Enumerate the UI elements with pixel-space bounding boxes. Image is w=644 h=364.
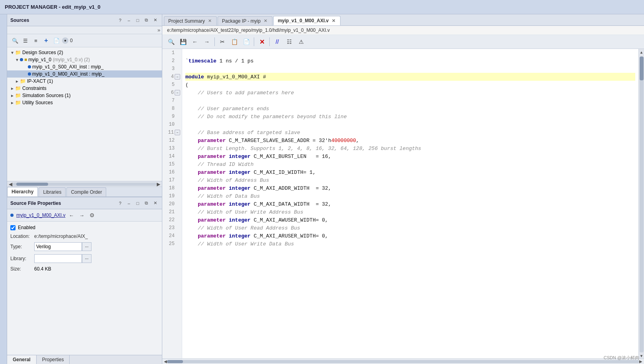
linenum-5: 5: [162, 81, 182, 89]
bscroll-track[interactable]: [167, 360, 639, 363]
tree-item-ip-xact[interactable]: ► 📁 IP-XACT (1): [7, 78, 162, 85]
sfp-panel: Source File Properties ? – □ ⧉ ✕ myip_v1…: [7, 197, 162, 364]
bottom-scrollbar[interactable]: ◀ ▶: [162, 358, 644, 364]
subtab-properties[interactable]: Properties: [37, 355, 70, 364]
sfp-restore-icon[interactable]: □: [134, 200, 141, 207]
simulation-label: Simulation Sources (1): [22, 93, 70, 98]
editor-area[interactable]: 1 2 3 4 – 5: [162, 49, 644, 358]
tab-hierarchy[interactable]: Hierarchy: [7, 187, 38, 197]
tree-item-design-sources[interactable]: ▼ 📁 Design Sources (2): [7, 49, 162, 56]
utility-arrow[interactable]: ►: [10, 101, 15, 105]
tree-item-simulation[interactable]: ► 📁 Simulation Sources (1): [7, 92, 162, 99]
code-content[interactable]: `timescale 1 ns / 1 ps module myip_v1_0_…: [182, 49, 638, 358]
bulb-button[interactable]: ⚠: [296, 37, 307, 47]
tree-item-myip-v1-0[interactable]: ▼ ■ myip_v1_0 (myip_v1_0.v) (2): [7, 56, 162, 63]
subtab-general[interactable]: General: [7, 355, 37, 364]
vscroll-up-arrow[interactable]: ▲: [640, 51, 642, 55]
sources-restore-icon[interactable]: □: [134, 17, 141, 24]
sfp-detach-icon[interactable]: ⧉: [143, 200, 150, 207]
grid-button[interactable]: ☷: [284, 37, 295, 47]
hscroll-left-arrow[interactable]: ◀: [9, 181, 12, 187]
sources-minimize-icon[interactable]: –: [125, 17, 132, 24]
sfp-minimize-icon[interactable]: –: [125, 200, 132, 207]
utility-folder-icon: 📁: [15, 100, 21, 105]
comment-button[interactable]: //: [272, 37, 283, 47]
tab-project-summary[interactable]: Project Summary ✕: [164, 16, 217, 25]
sources-tree[interactable]: ▼ 📁 Design Sources (2) ▼ ■ myip_v1_0 (my…: [7, 47, 162, 181]
tree-item-constraints[interactable]: ► 📁 Constraints: [7, 85, 162, 92]
tab-package-ip[interactable]: Package IP - myip ✕: [218, 16, 272, 25]
sfp-help-icon[interactable]: ?: [117, 200, 124, 207]
fold-4[interactable]: –: [175, 74, 180, 80]
add-sources-button[interactable]: +: [41, 36, 51, 45]
tree-item-s00[interactable]: myip_v1_0_S00_AXI_inst : myip_: [7, 63, 162, 70]
myip-arrow[interactable]: ▼: [15, 58, 20, 62]
ip-xact-arrow[interactable]: ►: [15, 79, 20, 84]
sfp-filename[interactable]: myip_v1_0_M00_AXI.v: [16, 212, 65, 218]
sfp-forward-button[interactable]: →: [77, 211, 86, 220]
sources-expand-icon[interactable]: »: [158, 27, 160, 33]
expand-all-button[interactable]: ≡: [31, 36, 41, 45]
tab-myip-m00-axi[interactable]: myip_v1_0_M00_AXI.v ✕: [273, 16, 340, 25]
file-button[interactable]: 📄: [52, 36, 61, 45]
sfp-back-button[interactable]: ←: [67, 211, 76, 220]
sfp-type-input[interactable]: [34, 242, 82, 251]
tree-item-m00[interactable]: myip_v1_0_M00_AXI_inst : myip_: [7, 70, 162, 78]
fold-11[interactable]: –: [175, 130, 180, 135]
code-line-11: // Base address of targeted slave: [185, 128, 635, 136]
close-x-button[interactable]: ✕: [256, 37, 267, 47]
vscroll-thumb[interactable]: [640, 56, 644, 80]
tab-myip-m00-axi-close[interactable]: ✕: [331, 18, 336, 23]
sfp-close-icon[interactable]: ✕: [152, 200, 159, 207]
sfp-type-dots-button[interactable]: ···: [82, 242, 91, 251]
sources-title: Sources: [10, 18, 29, 23]
tab-project-summary-close[interactable]: ✕: [207, 18, 212, 23]
design-sources-arrow[interactable]: ▼: [10, 51, 15, 55]
editor-tabs: Project Summary ✕ Package IP - myip ✕ my…: [162, 14, 644, 26]
save-button[interactable]: 💾: [177, 37, 189, 47]
tab-package-ip-close[interactable]: ✕: [263, 18, 268, 23]
simulation-arrow[interactable]: ►: [10, 93, 15, 98]
sources-help-icon[interactable]: ?: [117, 17, 124, 24]
cut-button[interactable]: ✂: [217, 37, 228, 47]
hscroll-right-arrow[interactable]: ▶: [157, 181, 160, 187]
sfp-library-dots-button[interactable]: ···: [82, 254, 91, 263]
hscroll-thumb[interactable]: [16, 183, 48, 186]
myip-blue-dot: [20, 58, 23, 61]
sfp-enabled-checkbox[interactable]: [10, 225, 16, 230]
sfp-size-row: Size: 60.4 KB: [10, 266, 159, 272]
undo-button[interactable]: ←: [189, 37, 200, 47]
tree-item-utility[interactable]: ► 📁 Utility Sources: [7, 99, 162, 106]
vertical-scrollbar[interactable]: ▲ ▼: [638, 49, 644, 358]
vscroll-down-arrow[interactable]: ▼: [640, 354, 642, 358]
constraints-label: Constraints: [22, 86, 47, 91]
tab-compile-order[interactable]: Compile Order: [66, 187, 106, 197]
sfp-library-input[interactable]: [34, 254, 82, 263]
sources-detach-icon[interactable]: ⧉: [143, 17, 150, 24]
copy-button[interactable]: 📋: [229, 37, 240, 47]
design-sources-folder-icon: 📁: [15, 50, 21, 55]
search-editor-button[interactable]: 🔍: [165, 37, 177, 47]
bscroll-thumb[interactable]: [167, 360, 183, 363]
vscroll-track[interactable]: [640, 56, 644, 352]
sources-hscroll[interactable]: ◀ ▶: [7, 181, 162, 187]
fold-6[interactable]: –: [175, 90, 180, 95]
hscroll-track[interactable]: [12, 183, 157, 186]
code-line-10: [185, 121, 635, 128]
redo-button[interactable]: →: [201, 37, 212, 47]
bscroll-right-arrow[interactable]: ▶: [639, 359, 642, 364]
code-line-25: // Width of User Write Data Bus: [185, 240, 635, 248]
linenum-12: 12: [162, 136, 182, 144]
bscroll-left-arrow[interactable]: ◀: [164, 359, 167, 364]
tab-libraries[interactable]: Libraries: [39, 187, 66, 197]
sfp-library-label: Library:: [10, 256, 34, 261]
paste-button[interactable]: 📄: [241, 37, 252, 47]
simulation-folder-icon: 📁: [15, 93, 21, 98]
search-button[interactable]: 🔍: [10, 36, 20, 45]
sources-close-icon[interactable]: ✕: [152, 17, 159, 24]
constraints-arrow[interactable]: ►: [10, 86, 15, 91]
file-path-text: e:/temp/microphace/AIX_test22/ip_repo/my…: [167, 27, 330, 33]
collapse-all-button[interactable]: ☰: [21, 36, 30, 45]
sfp-gear-icon[interactable]: ⚙: [88, 211, 96, 220]
sfp-type-row: Type: ···: [10, 242, 159, 251]
